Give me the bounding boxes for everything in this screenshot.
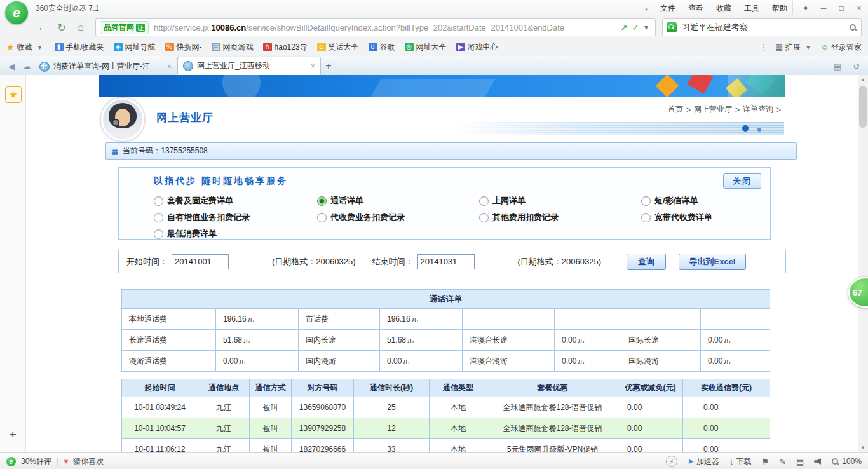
search-box[interactable]: [662, 18, 862, 36]
session-restore-cloud-icon[interactable]: ☁: [19, 58, 34, 74]
bookmark-google[interactable]: 8 谷歌: [369, 42, 395, 53]
table-row: 10-01 10:04:57 九江 被叫 13907929258 12 本地 全…: [122, 418, 770, 439]
promo-banner[interactable]: [99, 75, 785, 97]
radio-icon[interactable]: [641, 213, 651, 222]
brand-site-badge[interactable]: 品牌官网 证: [100, 21, 149, 34]
query-button[interactable]: 查询: [627, 254, 666, 270]
scroll-down-icon[interactable]: ▼: [858, 443, 867, 452]
favorites-sidebar-icon[interactable]: ★: [5, 86, 22, 103]
end-date-input[interactable]: [417, 254, 475, 269]
google-icon: 8: [369, 43, 377, 51]
radio-other-deduction[interactable]: 其他费用扣费记录: [479, 212, 641, 223]
url-rest: /service/showBillDetail!queryIndex.actio…: [246, 23, 564, 32]
url-text[interactable]: http://service.jx.10086.cn/service/showB…: [154, 23, 618, 32]
radio-icon[interactable]: [154, 213, 163, 222]
bookmark-web-games[interactable]: ▤ 网页游戏: [212, 42, 254, 53]
close-icon[interactable]: ×: [850, 1, 868, 15]
bookmark-game-center[interactable]: ▶ 游戏中心: [456, 42, 498, 53]
radio-call-detail[interactable]: 通话详单: [317, 195, 479, 207]
refresh-icon[interactable]: ↻: [53, 19, 70, 36]
home-icon[interactable]: ⌂: [72, 19, 89, 36]
site-rating[interactable]: 30%好评: [21, 456, 51, 467]
menu-help[interactable]: 帮助: [772, 3, 787, 14]
radio-icon[interactable]: [154, 196, 163, 206]
radio-broadband-detail[interactable]: 宽带代收费详单: [641, 212, 770, 223]
bookmark-site-directory[interactable]: ◎ 网址大全: [405, 42, 447, 53]
vertical-scrollbar[interactable]: ▲ ▼: [858, 75, 868, 452]
breadcrumb-separator: >: [776, 105, 781, 114]
radio-minimum-consumption[interactable]: 最低消费详单: [154, 228, 317, 240]
scroll-up-icon[interactable]: ▲: [858, 75, 867, 85]
minimize-icon[interactable]: ─: [815, 1, 832, 15]
window-controls: ✦ ─ □ ×: [792, 1, 868, 15]
bookmark-label: 笑话大全: [329, 42, 359, 53]
table-row: 10-01 08:49:24 九江 被叫 13659068070 25 本地 全…: [122, 397, 770, 418]
add-sidebar-icon[interactable]: +: [5, 427, 20, 442]
accelerator-button[interactable]: ➤ 加速器: [688, 456, 719, 467]
search-input[interactable]: [681, 22, 845, 33]
close-button[interactable]: 关闭: [723, 173, 761, 189]
favorites-menu[interactable]: ★ 收藏 ▾: [6, 42, 45, 53]
radio-package-fixed-fee[interactable]: 套餐及固定费详单: [154, 195, 317, 207]
extensions-menu[interactable]: ▦ 扩展 ▾: [775, 42, 813, 53]
url-field[interactable]: 品牌官网 证 http://service.jx.10086.cn/servic…: [95, 18, 656, 36]
url-dropdown-icon[interactable]: ▾: [641, 23, 651, 32]
bookmark-hao123[interactable]: h hao123导: [263, 42, 308, 53]
breadcrumb-hall[interactable]: 网上营业厅: [694, 104, 732, 115]
menu-tools[interactable]: 工具: [744, 3, 759, 14]
start-date-input[interactable]: [172, 254, 229, 269]
radio-vas-deduction[interactable]: 自有增值业务扣费记录: [154, 212, 317, 223]
maximize-icon[interactable]: □: [832, 1, 850, 15]
tab-tile-view-icon[interactable]: ▦: [830, 58, 845, 74]
breadcrumb-home[interactable]: 首页: [668, 104, 683, 115]
radio-icon[interactable]: [479, 213, 489, 222]
back-icon[interactable]: ←: [34, 19, 51, 36]
tab-bill-query[interactable]: 消费详单查询-网上营业厅-江 ×: [34, 58, 177, 75]
browser-window: e 360安全浏览器 7.1 › 文件 查看 收藏 工具 帮助 ✦ ─ □ × …: [0, 0, 868, 469]
radio-checked-icon[interactable]: [317, 196, 327, 206]
bookmark-kuaizhe[interactable]: % 快折网-: [165, 42, 202, 53]
tab-close-icon[interactable]: ×: [311, 62, 315, 71]
breadcrumb-detail-query[interactable]: 详单查询: [743, 104, 773, 115]
search-icon[interactable]: [849, 24, 857, 32]
bookmark-mobile-favorites[interactable]: ▮ 手机收藏夹: [55, 42, 104, 53]
tab-business-hall[interactable]: 网上营业厅_江西移动 ×: [177, 57, 321, 75]
radio-icon[interactable]: [641, 196, 651, 206]
overflow-icon[interactable]: ⋮: [759, 43, 768, 52]
reader-mode-icon[interactable]: ▤: [796, 457, 804, 466]
speaker-icon[interactable]: [814, 458, 821, 465]
radio-internet-detail[interactable]: 上网详单: [479, 195, 641, 207]
login-manager[interactable]: ☺ 登录管家: [821, 42, 862, 53]
reopen-closed-tab-icon[interactable]: ↺: [849, 58, 864, 74]
guess-you-like[interactable]: 猜你喜欢: [73, 456, 104, 467]
extensions-dropdown-icon: ▾: [803, 43, 813, 51]
call-summary-table: 通话详单 本地通话费 196.16元 市话费 196.16元 长途通话费 51.…: [121, 289, 770, 372]
scrollbar-thumb[interactable]: [859, 86, 867, 128]
note-pen-icon[interactable]: ✎: [779, 457, 786, 466]
url-prefix: http://service.jx.: [154, 23, 211, 32]
skin-icon[interactable]: ✦: [797, 1, 815, 15]
radio-agency-deduction[interactable]: 代收费业务扣费记录: [317, 212, 479, 223]
share-icon[interactable]: ↗: [618, 23, 630, 32]
radio-icon[interactable]: [317, 213, 327, 222]
radio-icon[interactable]: [479, 196, 489, 206]
menu-favorites[interactable]: 收藏: [716, 3, 731, 14]
menu-collapse-icon[interactable]: ›: [645, 4, 648, 13]
network-boost-icon[interactable]: ⚡: [666, 456, 677, 467]
report-flag-icon[interactable]: ⚑: [761, 457, 769, 466]
tab-close-icon[interactable]: ×: [167, 62, 172, 71]
download-button[interactable]: ↓ 下载: [729, 456, 752, 467]
bookmark-site-nav[interactable]: ◈ 网址导航: [114, 42, 156, 53]
current-number-bar: ▦ 当前号码：13755255508: [105, 142, 797, 160]
export-excel-button[interactable]: 导出到Excel: [679, 254, 746, 270]
new-tab-icon[interactable]: +: [321, 58, 336, 74]
tab-scroll-left-icon[interactable]: ◀: [4, 58, 19, 74]
menu-view[interactable]: 查看: [688, 3, 703, 14]
radio-sms-detail[interactable]: 短/彩信详单: [641, 195, 770, 207]
zoom-control[interactable]: 100%: [831, 457, 862, 466]
bookmark-jokes[interactable]: ☺ 笑话大全: [317, 42, 359, 53]
tab-label: 网上营业厅_江西移动: [197, 60, 307, 71]
site-safe-icon[interactable]: ✓: [630, 23, 641, 32]
menu-file[interactable]: 文件: [660, 3, 675, 14]
radio-icon[interactable]: [154, 229, 163, 239]
